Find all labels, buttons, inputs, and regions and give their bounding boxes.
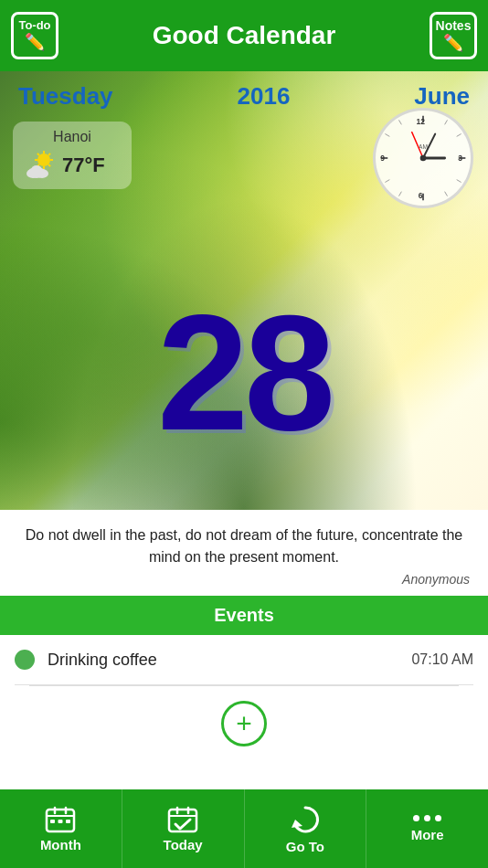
svg-line-21: [399, 192, 402, 196]
notes-pen-icon: ✏️: [436, 33, 472, 53]
svg-line-22: [385, 180, 389, 183]
big-day-number: 28: [157, 291, 331, 455]
weather-temp-row: 77°F: [24, 149, 121, 182]
nav-item-goto[interactable]: Go To: [245, 789, 367, 868]
svg-text:AM: AM: [419, 143, 428, 150]
todo-pen-icon: ✏️: [18, 32, 50, 52]
svg-line-6: [48, 164, 50, 166]
add-event-button[interactable]: +: [221, 701, 267, 746]
svg-point-12: [31, 165, 42, 175]
svg-rect-39: [58, 820, 63, 823]
app-title: Good Calendar: [153, 21, 336, 50]
todo-icon: To-do: [18, 19, 50, 32]
notes-label: Notes: [436, 18, 472, 33]
svg-rect-41: [169, 810, 196, 831]
svg-line-17: [445, 120, 448, 124]
month-name: June: [414, 82, 470, 111]
svg-point-33: [420, 155, 427, 162]
app-header: To-do ✏️ Good Calendar Notes ✏️: [0, 0, 488, 71]
quote-author: Anonymous: [18, 572, 470, 587]
svg-line-20: [445, 192, 448, 196]
svg-line-24: [399, 120, 402, 124]
goto-refresh-icon: [290, 804, 321, 835]
clock-face: 12 3 6 9 AM: [373, 108, 473, 208]
add-button-row: +: [15, 686, 473, 761]
svg-line-23: [385, 134, 389, 137]
svg-text:3: 3: [458, 153, 462, 163]
clock-svg: 12 3 6 9 AM: [376, 111, 471, 206]
more-dots-icon: [413, 815, 441, 821]
svg-text:6: 6: [419, 191, 423, 200]
hero-section: Tuesday 2016 June Hanoi: [0, 71, 488, 510]
events-header: Events: [0, 596, 488, 635]
svg-point-0: [37, 153, 50, 166]
nav-label-today: Today: [164, 837, 203, 852]
svg-text:9: 9: [380, 153, 385, 163]
clock-container: 12 3 6 9 AM: [373, 108, 473, 208]
quote-section: Do not dwell in the past, do not dream o…: [0, 510, 488, 596]
nav-label-goto: Go To: [286, 839, 324, 854]
plus-icon: +: [236, 710, 252, 737]
day-name: Tuesday: [18, 82, 113, 111]
svg-rect-40: [66, 820, 70, 823]
event-dot: [15, 650, 35, 670]
date-row: Tuesday 2016 June: [0, 82, 488, 111]
weather-temperature: 77°F: [62, 153, 105, 177]
nav-item-today[interactable]: Today: [122, 789, 245, 868]
nav-label-more: More: [411, 827, 444, 842]
svg-line-8: [48, 153, 50, 155]
bottom-nav: Month Today Go To More: [0, 789, 488, 868]
year: 2016: [238, 82, 291, 111]
svg-text:12: 12: [416, 117, 425, 126]
month-calendar-icon: [45, 806, 76, 833]
quote-text: Do not dwell in the past, do not dream o…: [18, 524, 470, 568]
notes-icon-box[interactable]: Notes ✏️: [430, 12, 477, 59]
svg-line-5: [37, 153, 39, 155]
weather-city: Hanoi: [24, 129, 121, 145]
nav-item-more[interactable]: More: [366, 789, 488, 868]
nav-label-month: Month: [40, 837, 81, 852]
event-item[interactable]: Drinking coffee 07:10 AM: [15, 635, 473, 685]
svg-marker-45: [292, 820, 302, 828]
svg-rect-38: [50, 820, 55, 823]
event-time: 07:10 AM: [411, 651, 473, 668]
events-list: Drinking coffee 07:10 AM +: [0, 635, 488, 761]
todo-icon-box[interactable]: To-do ✏️: [11, 12, 58, 59]
nav-item-month[interactable]: Month: [0, 789, 122, 868]
svg-line-19: [457, 180, 461, 183]
event-name: Drinking coffee: [48, 651, 411, 670]
svg-line-18: [457, 134, 461, 137]
weather-box: Hanoi 77°F: [13, 122, 132, 189]
weather-sun-cloud-icon: [24, 149, 57, 182]
today-checkmark-icon: [167, 806, 198, 833]
